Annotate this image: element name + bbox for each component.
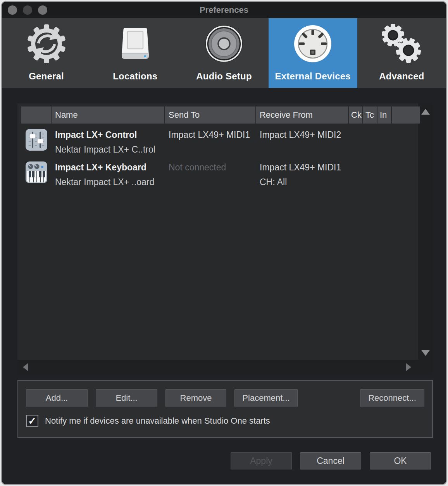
preferences-toolbar: General Locations xyxy=(2,18,446,88)
device-subname: Nektar Impact LX+ ..oard xyxy=(55,175,165,189)
window-title: Preferences xyxy=(200,5,248,15)
receive-from-sub: CH: All xyxy=(260,175,415,189)
placement-button[interactable]: Placement... xyxy=(234,389,298,407)
scroll-left-icon[interactable] xyxy=(23,363,28,371)
remove-button[interactable]: Remove xyxy=(165,389,226,407)
column-header-tc[interactable]: Tc xyxy=(363,106,377,124)
devices-table: Name Send To Receive From Ck Tc In xyxy=(17,103,433,374)
device-name: Impact LX+ Control xyxy=(55,127,165,142)
column-header-blank[interactable] xyxy=(392,106,420,124)
tab-label: External Devices xyxy=(275,71,351,82)
gear-sync-icon xyxy=(25,21,68,66)
device-name: Impact LX+ Keyboard xyxy=(55,160,165,175)
minimize-window-button[interactable] xyxy=(23,5,32,15)
column-header-ck[interactable]: Ck xyxy=(349,106,362,124)
horizontal-scrollbar[interactable] xyxy=(17,360,433,374)
preferences-window: Preferences xyxy=(1,1,447,485)
column-header-name[interactable]: Name xyxy=(52,106,164,124)
tab-advanced[interactable]: Advanced xyxy=(357,18,446,88)
receive-from-value: Impact LX49+ MIDI1 xyxy=(260,160,415,175)
edit-button[interactable]: Edit... xyxy=(96,389,157,407)
notify-checkbox[interactable]: ✓ xyxy=(26,415,38,427)
action-buttons: Add... Edit... Remove Placement... Recon… xyxy=(18,381,432,407)
tab-external-devices[interactable]: External Devices xyxy=(269,18,357,88)
tab-label: General xyxy=(29,71,64,82)
column-header-send-to[interactable]: Send To xyxy=(165,106,255,124)
keyboard-icon xyxy=(26,161,47,183)
device-subname: Nektar Impact LX+ C..trol xyxy=(55,142,165,157)
notify-option: ✓ Notify me if devices are unavailable w… xyxy=(18,407,432,427)
speaker-icon xyxy=(204,21,244,66)
control-surface-icon xyxy=(26,129,47,151)
table-row[interactable]: Impact LX+ Control Nektar Impact LX+ C..… xyxy=(21,125,415,158)
tab-label: Locations xyxy=(113,71,157,82)
traffic-lights xyxy=(8,5,47,15)
reconnect-button[interactable]: Reconnect... xyxy=(360,389,424,407)
ok-button[interactable]: OK xyxy=(370,452,431,470)
tab-label: Advanced xyxy=(379,71,424,82)
device-rows: Impact LX+ Control Nektar Impact LX+ C..… xyxy=(21,125,415,190)
device-actions-panel: Add... Edit... Remove Placement... Recon… xyxy=(17,380,433,438)
column-header-receive-from[interactable]: Receive From xyxy=(256,106,348,124)
receive-from-value: Impact LX49+ MIDI2 xyxy=(260,127,415,142)
drive-icon xyxy=(119,21,151,66)
close-window-button[interactable] xyxy=(8,5,17,15)
notify-label: Notify me if devices are unavailable whe… xyxy=(45,416,270,426)
tab-audio-setup[interactable]: Audio Setup xyxy=(179,18,268,88)
vertical-scrollbar[interactable] xyxy=(418,103,433,360)
column-header-in[interactable]: In xyxy=(377,106,391,124)
send-to-value: Impact LX49+ MIDI1 xyxy=(169,127,256,142)
apply-button[interactable]: Apply xyxy=(231,452,292,470)
scroll-right-icon[interactable] xyxy=(406,363,411,371)
add-button[interactable]: Add... xyxy=(26,389,88,407)
double-gear-icon xyxy=(380,21,423,66)
tab-locations[interactable]: Locations xyxy=(91,18,179,88)
title-bar: Preferences xyxy=(2,2,446,18)
scroll-up-icon[interactable] xyxy=(421,109,430,115)
table-header: Name Send To Receive From Ck Tc In xyxy=(21,106,420,124)
column-header-icon[interactable] xyxy=(21,106,51,124)
table-row[interactable]: Impact LX+ Keyboard Nektar Impact LX+ ..… xyxy=(21,158,415,190)
midi-din-icon xyxy=(293,21,333,66)
send-to-value: Not connected xyxy=(169,160,256,175)
tab-label: Audio Setup xyxy=(196,71,252,82)
tab-general[interactable]: General xyxy=(2,18,91,88)
scroll-down-icon[interactable] xyxy=(421,350,430,356)
zoom-window-button[interactable] xyxy=(38,5,47,15)
cancel-button[interactable]: Cancel xyxy=(300,452,361,470)
